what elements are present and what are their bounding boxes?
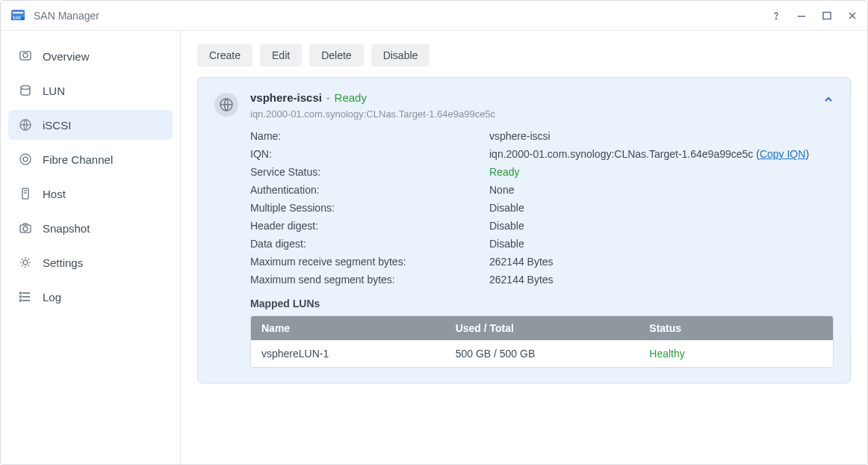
- table-header: Name Used / Total Status: [251, 316, 833, 340]
- field-name-val: vsphere-iscsi: [489, 130, 834, 142]
- svg-rect-5: [798, 16, 805, 17]
- mapped-luns-heading: Mapped LUNs: [250, 298, 834, 310]
- field-data-key: Data digest:: [250, 238, 489, 250]
- svg-point-4: [775, 18, 776, 19]
- panel-header: vsphere-iscsi - Ready iqn.2000-01.com.sy…: [214, 91, 834, 120]
- sidebar: Overview LUN iSCSI Fibre Channel Host Sn…: [1, 31, 181, 464]
- fibre-icon: [19, 153, 32, 166]
- globe-icon: [19, 118, 32, 132]
- sidebar-item-label: Snapshot: [43, 222, 90, 235]
- window-controls: [770, 10, 858, 22]
- svg-point-19: [20, 300, 22, 301]
- field-mrs-key: Maximum receive segment bytes:: [250, 256, 489, 268]
- create-button[interactable]: Create: [197, 44, 252, 67]
- field-svc-key: Service Status:: [250, 166, 489, 178]
- svg-point-11: [20, 154, 31, 164]
- edit-button[interactable]: Edit: [260, 44, 302, 67]
- close-icon[interactable]: [846, 10, 858, 22]
- camera-icon: [19, 221, 32, 235]
- sidebar-item-label: LUN: [43, 84, 65, 97]
- sidebar-item-fibre[interactable]: Fibre Channel: [8, 144, 173, 174]
- field-iqn-val: iqn.2000-01.com.synology:CLNas.Target-1.…: [489, 148, 834, 160]
- sidebar-item-label: Log: [43, 291, 61, 304]
- field-hdr-key: Header digest:: [250, 220, 489, 232]
- sidebar-item-log[interactable]: Log: [8, 282, 173, 312]
- svg-point-17: [20, 292, 22, 294]
- field-auth-val: None: [489, 184, 834, 196]
- sidebar-item-iscsi[interactable]: iSCSI: [8, 110, 173, 140]
- body: Overview LUN iSCSI Fibre Channel Host Sn…: [1, 31, 867, 464]
- help-icon[interactable]: [770, 10, 782, 22]
- svg-point-9: [21, 86, 30, 90]
- field-iqn-text: iqn.2000-01.com.synology:CLNas.Target-1.…: [489, 148, 753, 160]
- sidebar-item-label: Overview: [43, 50, 90, 63]
- chevron-up-icon[interactable]: [823, 94, 834, 107]
- sidebar-item-label: Settings: [43, 256, 83, 269]
- field-sess-val: Disable: [489, 202, 834, 214]
- host-icon: [19, 187, 32, 200]
- cell-name: vsphereLUN-1: [251, 340, 445, 367]
- field-name-key: Name:: [250, 130, 489, 142]
- list-icon: [19, 290, 32, 304]
- svg-rect-2: [13, 12, 23, 13]
- svg-point-15: [23, 227, 28, 231]
- target-globe-icon: [214, 93, 238, 117]
- san-manager-window: SAN SAN Manager Overview LUN iSCSI: [0, 0, 868, 465]
- table-row[interactable]: vsphereLUN-1 500 GB / 500 GB Healthy: [251, 340, 833, 367]
- mapped-luns-table: Name Used / Total Status vsphereLUN-1 50…: [250, 315, 834, 368]
- field-iqn-key: IQN:: [250, 148, 489, 160]
- field-sess-key: Multiple Sessions:: [250, 202, 489, 214]
- col-used: Used / Total: [445, 316, 639, 340]
- svg-rect-13: [22, 188, 28, 199]
- col-name: Name: [251, 316, 445, 340]
- dashboard-icon: [19, 49, 32, 63]
- svg-point-16: [23, 260, 28, 265]
- svg-point-18: [20, 296, 22, 298]
- gear-icon: [19, 256, 32, 269]
- titlebar: SAN SAN Manager: [1, 1, 867, 31]
- sidebar-item-label: Host: [43, 188, 66, 200]
- col-status: Status: [639, 316, 833, 340]
- field-mss-val: 262144 Bytes: [489, 274, 834, 286]
- sidebar-item-settings[interactable]: Settings: [8, 247, 173, 277]
- svg-rect-6: [823, 12, 831, 19]
- target-iqn-subtitle: iqn.2000-01.com.synology:CLNas.Target-1.…: [250, 108, 495, 120]
- svg-point-8: [23, 53, 28, 58]
- sidebar-item-label: iSCSI: [43, 119, 71, 132]
- app-icon: SAN: [10, 7, 26, 24]
- content: Create Edit Delete Disable vsphere-iscsi…: [181, 31, 867, 464]
- target-details: Name: vsphere-iscsi IQN: iqn.2000-01.com…: [250, 130, 834, 286]
- cell-used: 500 GB / 500 GB: [445, 340, 639, 367]
- delete-button[interactable]: Delete: [309, 44, 363, 67]
- svg-text:SAN: SAN: [13, 16, 21, 20]
- panel-title-block: vsphere-iscsi - Ready iqn.2000-01.com.sy…: [250, 91, 495, 120]
- maximize-icon[interactable]: [821, 10, 833, 22]
- target-name: vsphere-iscsi: [250, 91, 322, 104]
- sidebar-item-lun[interactable]: LUN: [8, 76, 173, 105]
- sidebar-item-overview[interactable]: Overview: [8, 41, 173, 71]
- target-status: Ready: [335, 91, 367, 104]
- sidebar-item-host[interactable]: Host: [8, 179, 173, 209]
- sidebar-item-label: Fibre Channel: [43, 153, 113, 166]
- svg-point-12: [23, 157, 28, 161]
- separator: -: [326, 92, 330, 104]
- field-mss-key: Maximum send segment bytes:: [250, 274, 489, 286]
- field-svc-val: Ready: [489, 166, 834, 178]
- minimize-icon[interactable]: [796, 10, 807, 22]
- field-auth-key: Authentication:: [250, 184, 489, 196]
- field-mrs-val: 262144 Bytes: [489, 256, 834, 268]
- window-title: SAN Manager: [34, 10, 99, 22]
- field-hdr-val: Disable: [489, 220, 834, 232]
- copy-iqn-link[interactable]: Copy IQN: [760, 148, 805, 160]
- target-panel: vsphere-iscsi - Ready iqn.2000-01.com.sy…: [197, 77, 851, 384]
- disk-icon: [19, 84, 32, 97]
- disable-button[interactable]: Disable: [371, 44, 430, 67]
- field-data-val: Disable: [489, 238, 834, 250]
- sidebar-item-snapshot[interactable]: Snapshot: [8, 213, 173, 243]
- cell-status: Healthy: [639, 340, 833, 367]
- toolbar: Create Edit Delete Disable: [197, 44, 851, 67]
